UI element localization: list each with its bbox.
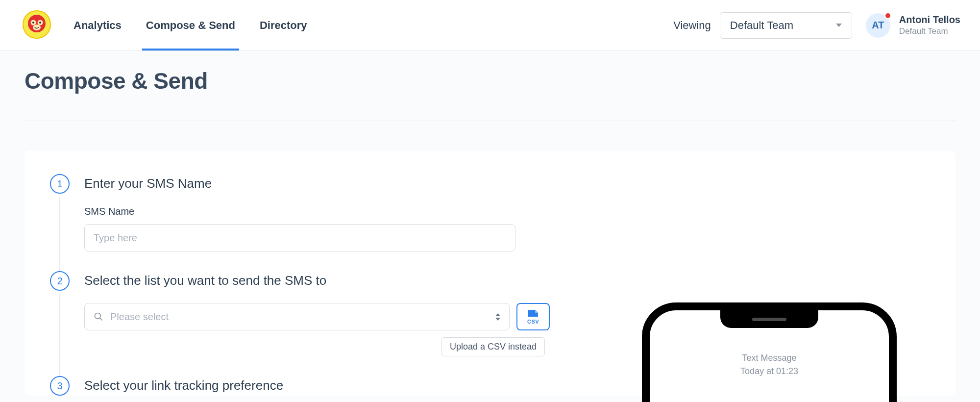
nav-analytics[interactable]: Analytics: [74, 0, 122, 50]
step-3: 3 Select your link tracking preference: [50, 376, 550, 396]
avatar: AT: [866, 13, 890, 38]
phone-preview: Text Message Today at 01:23: [642, 302, 897, 402]
nav-compose-send[interactable]: Compose & Send: [146, 0, 235, 50]
search-icon: [94, 312, 103, 322]
svg-point-3: [32, 22, 34, 24]
step-1-title: Enter your SMS Name: [84, 176, 550, 191]
page: Compose & Send 1 Enter your SMS Name SMS…: [0, 51, 980, 396]
user-team: Default Team: [899, 26, 960, 36]
step-2-title: Select the list you want to send the SMS…: [84, 273, 550, 288]
svg-point-6: [95, 313, 101, 319]
team-select[interactable]: Default Team: [720, 12, 852, 39]
page-title: Compose & Send: [24, 68, 956, 121]
phone-preview-line2: Today at 01:23: [650, 365, 889, 378]
phone-notch-icon: [720, 310, 818, 328]
step-1-number: 1: [50, 174, 70, 194]
user-name: Antoni Tellos: [899, 14, 960, 25]
step-3-number: 3: [50, 376, 70, 396]
updown-icon: [495, 313, 500, 321]
svg-point-4: [39, 22, 41, 24]
step-connector: [59, 294, 60, 376]
svg-point-5: [33, 25, 41, 30]
chevron-down-icon: [836, 24, 842, 27]
viewing-label: Viewing: [673, 19, 711, 32]
steps: 1 Enter your SMS Name SMS Name 2 Select …: [50, 174, 550, 396]
list-select[interactable]: Please select: [84, 303, 510, 330]
phone-preview-line1: Text Message: [650, 352, 889, 365]
user-block[interactable]: AT Antoni Tellos Default Team: [866, 13, 960, 38]
svg-line-7: [100, 318, 102, 321]
step-connector: [59, 197, 60, 271]
compose-card: 1 Enter your SMS Name SMS Name 2 Select …: [24, 151, 956, 396]
avatar-initials: AT: [872, 20, 884, 31]
list-select-placeholder: Please select: [110, 311, 489, 323]
file-icon: [527, 309, 539, 318]
upload-csv-instead-button[interactable]: Upload a CSV instead: [441, 337, 545, 356]
main-nav: Analytics Compose & Send Directory: [74, 0, 307, 50]
step-2: 2 Select the list you want to send the S…: [50, 271, 550, 376]
csv-label: CSV: [527, 319, 539, 325]
topbar: Analytics Compose & Send Directory Viewi…: [0, 0, 980, 51]
user-info: Antoni Tellos Default Team: [899, 14, 960, 36]
sms-name-input[interactable]: [84, 224, 515, 251]
step-2-number: 2: [50, 271, 70, 291]
notification-dot-icon: [884, 12, 891, 19]
step-1: 1 Enter your SMS Name SMS Name: [50, 174, 550, 271]
csv-upload-button[interactable]: CSV: [516, 303, 550, 330]
step-3-title: Select your link tracking preference: [84, 378, 550, 393]
sms-name-label: SMS Name: [84, 206, 550, 217]
nav-directory[interactable]: Directory: [260, 0, 307, 50]
brand-logo: [20, 8, 54, 43]
team-select-value: Default Team: [730, 19, 793, 32]
